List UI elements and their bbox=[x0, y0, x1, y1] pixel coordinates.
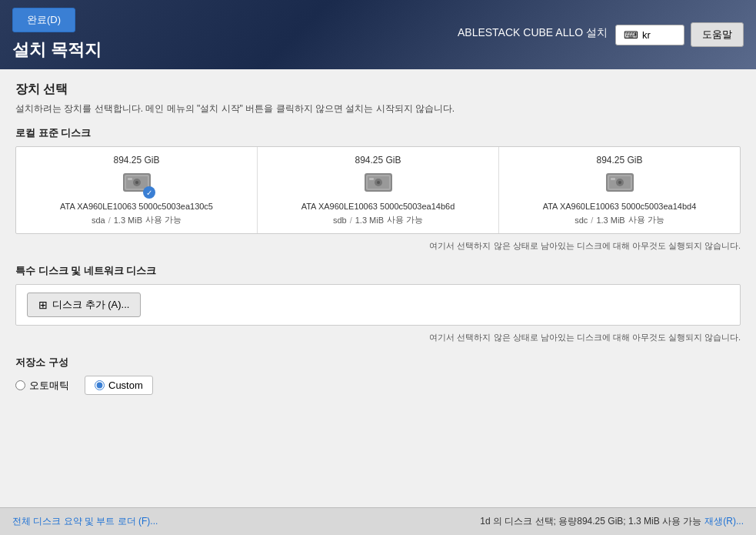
header: 완료(D) 설치 목적지 ABLESTACK CUBE ALLO 설치 ⌨ kr… bbox=[0, 0, 756, 69]
disk-avail-sdc: 1.3 MiB bbox=[596, 216, 624, 225]
disk-avail-sdb: 1.3 MiB bbox=[355, 216, 384, 225]
radio-custom[interactable] bbox=[95, 380, 105, 390]
svg-rect-5 bbox=[128, 178, 132, 180]
disk-icon-container-sdb bbox=[363, 170, 394, 197]
disk-item-sdc[interactable]: 894.25 GiB ATA XA960LE10063 5000c5003ea1… bbox=[499, 147, 740, 233]
disk-dev-sdb: sdb bbox=[333, 216, 347, 225]
lang-value: kr bbox=[642, 29, 651, 41]
custom-radio-wrapper[interactable]: Custom bbox=[85, 376, 153, 395]
disk-name-sdc: ATA XA960LE10063 5000c5003ea14bd4 bbox=[505, 202, 734, 211]
disk-dev-sdc: sdc bbox=[574, 216, 588, 225]
special-disk-title: 특수 디스크 및 네트워크 디스크 bbox=[15, 264, 741, 278]
check-badge-sda: ✓ bbox=[143, 186, 155, 199]
footer-right: 1d 의 디스크 선택; 용량894.25 GiB; 1.3 MiB 사용 가능… bbox=[480, 515, 744, 528]
svg-rect-17 bbox=[611, 178, 615, 180]
sep-sda: / bbox=[108, 216, 111, 225]
radio-auto-text: 오토매틱 bbox=[29, 379, 69, 393]
section-title: 장치 선택 bbox=[15, 82, 741, 98]
footer-link[interactable]: 전체 디스크 요약 및 부트 로더 (F)... bbox=[12, 515, 158, 528]
disk-icon-sdc bbox=[604, 170, 635, 195]
app-title: ABLESTACK CUBE ALLO 설치 bbox=[458, 26, 608, 40]
disk-icon-sdb bbox=[363, 170, 394, 195]
disk-icon-container-sdc bbox=[604, 170, 635, 197]
grid-icon: ⊞ bbox=[38, 299, 48, 311]
sep-sdc: / bbox=[591, 216, 593, 225]
add-disk-label: 디스크 추가 (A)... bbox=[52, 298, 129, 312]
disk-avail-sda: 1.3 MiB bbox=[114, 216, 142, 225]
main-content: 장치 선택 설치하려는 장치를 선택합니다. 메인 메뉴의 "설치 시작" 버튼… bbox=[0, 69, 756, 507]
disk-item-sda[interactable]: 894.25 GiB ✓ ATA XA960LE10063 5000c5003e… bbox=[16, 147, 258, 233]
special-disk-note: 여기서 선택하지 않은 상태로 남아있는 디스크에 대해 아무것도 실행되지 않… bbox=[15, 332, 741, 343]
help-button[interactable]: 도움말 bbox=[691, 22, 744, 47]
disk-info-sdb: sdb / 1.3 MiB 사용 가능 bbox=[264, 214, 492, 226]
disk-icon-container-sda: ✓ bbox=[122, 170, 152, 197]
disk-info-sda: sda / 1.3 MiB 사용 가능 bbox=[22, 214, 251, 226]
disk-grid: 894.25 GiB ✓ ATA XA960LE10063 5000c5003e… bbox=[15, 146, 741, 234]
disk-avail-label-sda: 사용 가능 bbox=[145, 214, 182, 226]
disk-info-sdc: sdc / 1.3 MiB 사용 가능 bbox=[505, 214, 734, 226]
add-disk-button[interactable]: ⊞ 디스크 추가 (A)... bbox=[27, 293, 141, 317]
disk-avail-label-sdc: 사용 가능 bbox=[628, 214, 664, 226]
disk-name-sdb: ATA XA960LE10063 5000c5003ea14b6d bbox=[264, 202, 492, 211]
done-button[interactable]: 완료(D) bbox=[12, 8, 75, 32]
page-title: 설치 목적지 bbox=[12, 38, 102, 62]
lang-selector[interactable]: ⌨ kr bbox=[615, 25, 684, 45]
disk-size-sdc: 894.25 GiB bbox=[505, 155, 734, 166]
disk-avail-label-sdb: 사용 가능 bbox=[387, 214, 423, 226]
svg-rect-11 bbox=[369, 178, 374, 180]
footer-status: 1d 의 디스크 선택; 용량894.25 GiB; 1.3 MiB 사용 가능 bbox=[480, 515, 701, 528]
disk-dev-sda: sda bbox=[92, 216, 105, 225]
keyboard-icon: ⌨ bbox=[624, 29, 638, 41]
storage-config: 저장소 구성 오토매틱 Custom bbox=[15, 356, 741, 395]
disk-note: 여기서 선택하지 않은 상태로 남아있는 디스크에 대해 아무것도 실행되지 않… bbox=[15, 240, 741, 252]
storage-config-title: 저장소 구성 bbox=[15, 356, 741, 369]
radio-auto[interactable] bbox=[15, 380, 25, 390]
header-left: 완료(D) 설치 목적지 bbox=[12, 8, 102, 62]
header-right: ABLESTACK CUBE ALLO 설치 ⌨ kr 도움말 bbox=[458, 22, 744, 47]
disk-item-sdb[interactable]: 894.25 GiB ATA XA960LE10063 5000c5003ea1… bbox=[258, 147, 499, 233]
svg-point-10 bbox=[377, 181, 380, 184]
disk-size-sdb: 894.25 GiB bbox=[264, 155, 492, 166]
svg-point-16 bbox=[618, 181, 621, 184]
radio-auto-label[interactable]: 오토매틱 bbox=[15, 379, 69, 393]
local-disk-title: 로컬 표준 디스크 bbox=[15, 126, 741, 140]
disk-size-sda: 894.25 GiB bbox=[22, 155, 251, 166]
radio-custom-text: Custom bbox=[108, 380, 143, 391]
disk-name-sda: ATA XA960LE10063 5000c5003ea130c5 bbox=[22, 202, 251, 211]
section-description: 설치하려는 장치를 선택합니다. 메인 메뉴의 "설치 시작" 버튼을 클릭하지… bbox=[15, 102, 741, 115]
footer: 전체 디스크 요약 및 부트 로더 (F)... 1d 의 디스크 선택; 용량… bbox=[0, 507, 756, 535]
refresh-link[interactable]: 재생(R)... bbox=[704, 515, 744, 528]
sep-sdb: / bbox=[350, 216, 352, 225]
special-disk-box: ⊞ 디스크 추가 (A)... bbox=[15, 284, 741, 326]
svg-point-4 bbox=[135, 181, 138, 184]
storage-radio-group: 오토매틱 Custom bbox=[15, 376, 741, 395]
